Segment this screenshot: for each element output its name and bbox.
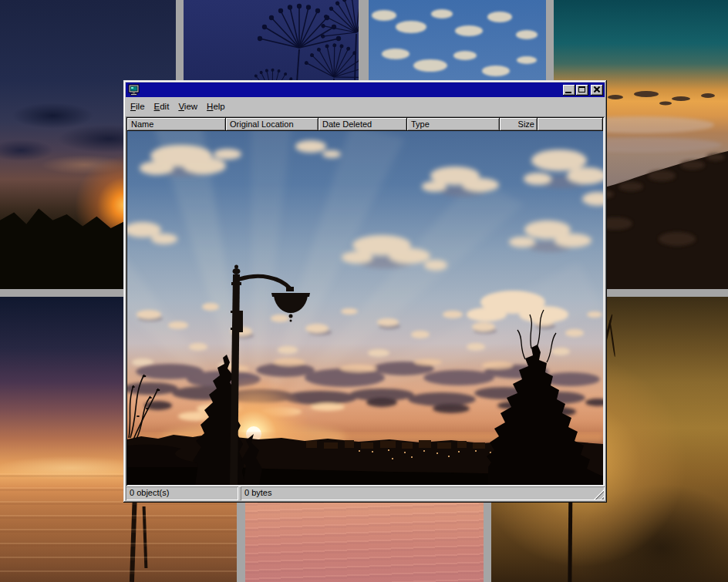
column-header-row: Name Original Location Date Deleted Type… <box>127 118 603 131</box>
file-list-area: Name Original Location Date Deleted Type… <box>126 116 605 486</box>
minimize-button[interactable] <box>563 85 575 96</box>
computer-icon <box>128 84 140 96</box>
resize-grip[interactable] <box>594 489 604 500</box>
menu-bar: File Edit View Help <box>126 99 605 113</box>
recycle-bin-window: File Edit View Help Name Original Locati… <box>123 80 607 503</box>
maximize-button[interactable] <box>576 85 588 96</box>
status-bar: 0 object(s) 0 bytes <box>126 486 605 500</box>
maximize-icon <box>578 86 585 93</box>
close-icon <box>593 86 600 93</box>
column-header-original-location[interactable]: Original Location <box>226 118 318 131</box>
menu-item-file[interactable]: File <box>126 100 150 113</box>
column-header-filler <box>538 118 603 131</box>
column-header-date-deleted[interactable]: Date Deleted <box>318 118 407 131</box>
list-viewport-sunset-photo[interactable] <box>127 131 603 485</box>
column-header-type[interactable]: Type <box>407 118 500 131</box>
status-size: 0 bytes <box>241 486 605 500</box>
close-button[interactable] <box>591 85 603 96</box>
column-header-size[interactable]: Size <box>500 118 538 131</box>
title-bar[interactable] <box>126 82 605 97</box>
column-header-name[interactable]: Name <box>127 118 226 131</box>
menu-item-view[interactable]: View <box>174 100 202 113</box>
sunset-lamp-photo <box>127 131 603 485</box>
minimize-icon <box>565 92 571 93</box>
menu-item-edit[interactable]: Edit <box>150 100 174 113</box>
water-post <box>143 506 148 568</box>
desktop: { "window": { "icon_name": "computer-ico… <box>0 0 728 582</box>
water-post <box>130 491 137 582</box>
menu-item-help[interactable]: Help <box>202 100 230 113</box>
grass-silhouette <box>609 320 616 357</box>
status-object-count: 0 object(s) <box>126 486 238 500</box>
